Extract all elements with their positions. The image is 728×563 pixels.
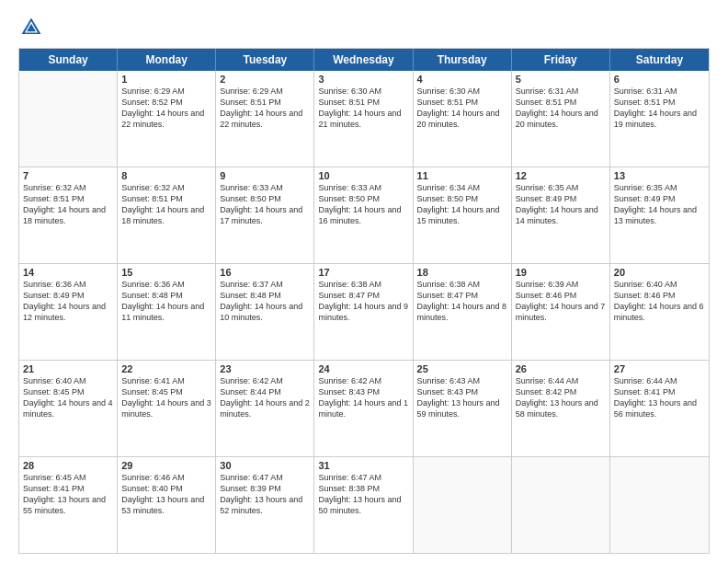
- day-info: Sunrise: 6:29 AMSunset: 8:51 PMDaylight:…: [220, 86, 310, 131]
- day-number: 31: [318, 460, 408, 471]
- day-cell-17: 17Sunrise: 6:38 AMSunset: 8:47 PMDayligh…: [314, 264, 413, 360]
- day-cell-19: 19Sunrise: 6:39 AMSunset: 8:46 PMDayligh…: [512, 264, 610, 360]
- day-cell-29: 29Sunrise: 6:46 AMSunset: 8:40 PMDayligh…: [118, 457, 216, 553]
- day-number: 17: [318, 267, 408, 278]
- day-info: Sunrise: 6:40 AMSunset: 8:45 PMDaylight:…: [23, 375, 113, 420]
- day-number: 11: [417, 170, 507, 181]
- day-info: Sunrise: 6:32 AMSunset: 8:51 PMDaylight:…: [121, 182, 211, 227]
- day-info: Sunrise: 6:36 AMSunset: 8:48 PMDaylight:…: [121, 279, 211, 324]
- day-number: 6: [614, 74, 705, 85]
- calendar-header: SundayMondayTuesdayWednesdayThursdayFrid…: [19, 49, 709, 71]
- calendar: SundayMondayTuesdayWednesdayThursdayFrid…: [18, 48, 710, 554]
- day-cell-30: 30Sunrise: 6:47 AMSunset: 8:39 PMDayligh…: [216, 457, 314, 553]
- day-number: 1: [121, 74, 211, 85]
- day-number: 24: [318, 363, 408, 374]
- day-number: 16: [220, 267, 310, 278]
- day-number: 8: [121, 170, 211, 181]
- empty-cell: [19, 71, 118, 167]
- day-number: 21: [23, 363, 113, 374]
- day-number: 27: [614, 363, 705, 374]
- day-info: Sunrise: 6:35 AMSunset: 8:49 PMDaylight:…: [614, 182, 705, 227]
- day-info: Sunrise: 6:31 AMSunset: 8:51 PMDaylight:…: [516, 86, 606, 131]
- day-cell-23: 23Sunrise: 6:42 AMSunset: 8:44 PMDayligh…: [216, 361, 314, 456]
- day-info: Sunrise: 6:34 AMSunset: 8:50 PMDaylight:…: [417, 182, 507, 227]
- day-info: Sunrise: 6:47 AMSunset: 8:39 PMDaylight:…: [220, 472, 310, 517]
- page: SundayMondayTuesdayWednesdayThursdayFrid…: [0, 0, 728, 563]
- day-cell-4: 4Sunrise: 6:30 AMSunset: 8:51 PMDaylight…: [414, 71, 512, 167]
- day-number: 2: [220, 74, 310, 85]
- day-info: Sunrise: 6:38 AMSunset: 8:47 PMDaylight:…: [318, 279, 408, 324]
- day-number: 23: [220, 363, 310, 374]
- day-number: 7: [23, 170, 113, 181]
- day-cell-2: 2Sunrise: 6:29 AMSunset: 8:51 PMDaylight…: [216, 71, 314, 167]
- day-info: Sunrise: 6:29 AMSunset: 8:52 PMDaylight:…: [121, 86, 211, 131]
- calendar-row-2: 14Sunrise: 6:36 AMSunset: 8:49 PMDayligh…: [19, 264, 709, 361]
- calendar-row-3: 21Sunrise: 6:40 AMSunset: 8:45 PMDayligh…: [19, 361, 709, 457]
- day-info: Sunrise: 6:32 AMSunset: 8:51 PMDaylight:…: [23, 182, 113, 227]
- day-number: 13: [614, 170, 705, 181]
- day-cell-1: 1Sunrise: 6:29 AMSunset: 8:52 PMDaylight…: [118, 71, 216, 167]
- day-info: Sunrise: 6:33 AMSunset: 8:50 PMDaylight:…: [220, 182, 310, 227]
- day-cell-22: 22Sunrise: 6:41 AMSunset: 8:45 PMDayligh…: [118, 361, 216, 456]
- empty-cell: [414, 457, 512, 553]
- day-cell-24: 24Sunrise: 6:42 AMSunset: 8:43 PMDayligh…: [314, 361, 413, 456]
- header-day-thursday: Thursday: [414, 49, 512, 71]
- day-info: Sunrise: 6:31 AMSunset: 8:51 PMDaylight:…: [614, 86, 705, 131]
- header-day-monday: Monday: [118, 49, 216, 71]
- day-number: 12: [516, 170, 606, 181]
- day-info: Sunrise: 6:33 AMSunset: 8:50 PMDaylight:…: [318, 182, 408, 227]
- header-day-sunday: Sunday: [19, 49, 118, 71]
- day-number: 15: [121, 267, 211, 278]
- day-number: 4: [417, 74, 507, 85]
- day-number: 28: [23, 460, 113, 471]
- day-cell-31: 31Sunrise: 6:47 AMSunset: 8:38 PMDayligh…: [314, 457, 413, 553]
- day-cell-12: 12Sunrise: 6:35 AMSunset: 8:49 PMDayligh…: [512, 167, 610, 263]
- day-info: Sunrise: 6:39 AMSunset: 8:46 PMDaylight:…: [516, 279, 606, 324]
- calendar-row-1: 7Sunrise: 6:32 AMSunset: 8:51 PMDaylight…: [19, 167, 709, 264]
- day-info: Sunrise: 6:42 AMSunset: 8:43 PMDaylight:…: [318, 375, 408, 420]
- day-number: 22: [121, 363, 211, 374]
- day-number: 20: [614, 267, 705, 278]
- logo-icon: [18, 15, 44, 40]
- day-cell-11: 11Sunrise: 6:34 AMSunset: 8:50 PMDayligh…: [414, 167, 512, 263]
- calendar-row-0: 1Sunrise: 6:29 AMSunset: 8:52 PMDaylight…: [19, 71, 709, 167]
- day-cell-18: 18Sunrise: 6:38 AMSunset: 8:47 PMDayligh…: [414, 264, 512, 360]
- day-number: 30: [220, 460, 310, 471]
- day-cell-16: 16Sunrise: 6:37 AMSunset: 8:48 PMDayligh…: [216, 264, 314, 360]
- day-info: Sunrise: 6:42 AMSunset: 8:44 PMDaylight:…: [220, 375, 310, 420]
- header-day-friday: Friday: [512, 49, 610, 71]
- day-cell-13: 13Sunrise: 6:35 AMSunset: 8:49 PMDayligh…: [610, 167, 709, 263]
- day-cell-20: 20Sunrise: 6:40 AMSunset: 8:46 PMDayligh…: [610, 264, 709, 360]
- day-number: 25: [417, 363, 507, 374]
- day-info: Sunrise: 6:36 AMSunset: 8:49 PMDaylight:…: [23, 279, 113, 324]
- day-cell-14: 14Sunrise: 6:36 AMSunset: 8:49 PMDayligh…: [19, 264, 118, 360]
- day-info: Sunrise: 6:44 AMSunset: 8:42 PMDaylight:…: [516, 375, 606, 420]
- day-number: 19: [516, 267, 606, 278]
- calendar-body: 1Sunrise: 6:29 AMSunset: 8:52 PMDaylight…: [19, 71, 709, 553]
- day-cell-9: 9Sunrise: 6:33 AMSunset: 8:50 PMDaylight…: [216, 167, 314, 263]
- day-number: 10: [318, 170, 408, 181]
- calendar-row-4: 28Sunrise: 6:45 AMSunset: 8:41 PMDayligh…: [19, 457, 709, 553]
- day-cell-6: 6Sunrise: 6:31 AMSunset: 8:51 PMDaylight…: [610, 71, 709, 167]
- day-cell-10: 10Sunrise: 6:33 AMSunset: 8:50 PMDayligh…: [314, 167, 413, 263]
- day-info: Sunrise: 6:46 AMSunset: 8:40 PMDaylight:…: [121, 472, 211, 517]
- day-info: Sunrise: 6:40 AMSunset: 8:46 PMDaylight:…: [614, 279, 705, 324]
- day-info: Sunrise: 6:45 AMSunset: 8:41 PMDaylight:…: [23, 472, 113, 517]
- day-number: 26: [516, 363, 606, 374]
- day-cell-27: 27Sunrise: 6:44 AMSunset: 8:41 PMDayligh…: [610, 361, 709, 456]
- header-day-saturday: Saturday: [610, 49, 709, 71]
- logo: [18, 15, 48, 40]
- day-info: Sunrise: 6:37 AMSunset: 8:48 PMDaylight:…: [220, 279, 310, 324]
- day-cell-3: 3Sunrise: 6:30 AMSunset: 8:51 PMDaylight…: [314, 71, 413, 167]
- day-cell-8: 8Sunrise: 6:32 AMSunset: 8:51 PMDaylight…: [118, 167, 216, 263]
- header-day-wednesday: Wednesday: [314, 49, 413, 71]
- day-number: 29: [121, 460, 211, 471]
- day-cell-28: 28Sunrise: 6:45 AMSunset: 8:41 PMDayligh…: [19, 457, 118, 553]
- day-cell-21: 21Sunrise: 6:40 AMSunset: 8:45 PMDayligh…: [19, 361, 118, 456]
- header-day-tuesday: Tuesday: [216, 49, 314, 71]
- day-cell-7: 7Sunrise: 6:32 AMSunset: 8:51 PMDaylight…: [19, 167, 118, 263]
- header: [18, 15, 710, 40]
- day-number: 14: [23, 267, 113, 278]
- day-number: 18: [417, 267, 507, 278]
- empty-cell: [512, 457, 610, 553]
